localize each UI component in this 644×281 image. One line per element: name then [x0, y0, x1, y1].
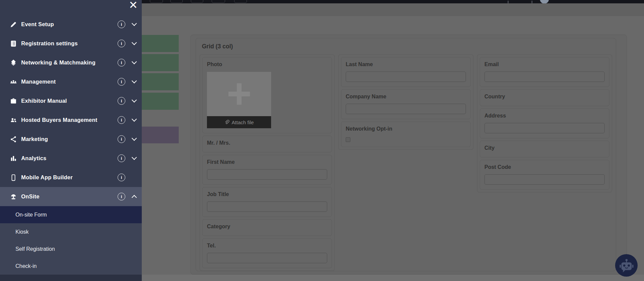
field-job-title: Job Title: [202, 187, 332, 217]
toolbar-button-2[interactable]: [170, 0, 183, 3]
grid-section-title: Grid (3 col): [196, 38, 616, 50]
info-icon[interactable]: i: [118, 40, 125, 47]
field-post-code: Post Code: [480, 160, 609, 190]
onsite-submenu: On-site Form Kiosk Self Registration Che…: [0, 206, 142, 275]
field-last-name: Last Name: [341, 57, 471, 87]
info-icon[interactable]: i: [118, 59, 125, 66]
chevron-down-icon[interactable]: [132, 136, 137, 141]
field-company-name: Company Name: [341, 89, 471, 119]
stacked-tags-icon: [9, 58, 17, 67]
info-icon[interactable]: i: [118, 97, 125, 105]
toolbar-button-1[interactable]: [150, 0, 163, 3]
photo-dropzone[interactable]: [207, 72, 271, 116]
bar-chart-icon: [9, 154, 17, 162]
sidebar-menu: ✕ Event Setup i Registration settings i: [0, 0, 142, 281]
chevron-down-icon[interactable]: [132, 97, 137, 103]
field-city[interactable]: City: [480, 141, 609, 157]
palette-block-purple[interactable]: [142, 127, 179, 143]
sidebar-item-event-setup[interactable]: Event Setup i: [0, 15, 142, 34]
chatbot-button[interactable]: [615, 254, 638, 277]
field-networking-opt-in: Networking Opt-in: [341, 122, 471, 147]
sidebar-subitem-onsite-form[interactable]: On-site Form: [0, 206, 142, 223]
chevron-down-icon[interactable]: [132, 21, 137, 26]
paperclip-icon: [224, 120, 229, 125]
smartphone-icon: [9, 173, 17, 182]
grid-column-3: Email Country Address City: [477, 54, 612, 192]
toolbar-button-3[interactable]: [191, 0, 203, 3]
sidebar-subitem-check-in[interactable]: Check-in: [0, 257, 142, 275]
main-content: Grid (3 col) Photo: [142, 3, 644, 281]
info-icon[interactable]: i: [118, 174, 125, 181]
sidebar-subitem-self-registration[interactable]: Self Registration: [0, 240, 142, 257]
sidebar-bottom-strip: [0, 275, 142, 281]
info-icon[interactable]: i: [118, 135, 125, 143]
info-icon[interactable]: i: [118, 154, 125, 162]
briefcase-icon: [9, 97, 17, 105]
company-name-input[interactable]: [346, 104, 466, 114]
sidebar-item-networking-matchmaking[interactable]: Networking & Matchmaking i: [0, 53, 142, 72]
palette-block-green-3[interactable]: [142, 73, 179, 90]
sidebar-item-registration-settings[interactable]: Registration settings i: [0, 34, 142, 53]
field-address: Address: [480, 108, 609, 138]
grid-section-panel[interactable]: Grid (3 col) Photo: [196, 38, 616, 271]
kiosk-icon: [9, 192, 17, 201]
address-input[interactable]: [484, 123, 605, 133]
palette-block-green-2[interactable]: [142, 54, 179, 71]
sidebar-item-exhibitor-manual[interactable]: Exhibitor Manual i: [0, 91, 142, 110]
content-bottom-strip: [142, 275, 644, 281]
info-icon[interactable]: i: [118, 78, 125, 86]
chevron-down-icon[interactable]: [132, 155, 137, 160]
pencil-icon: [9, 20, 17, 29]
chevron-down-icon[interactable]: [132, 116, 137, 122]
info-icon[interactable]: i: [118, 116, 125, 124]
form-grid-row: Photo Attach file: [200, 54, 612, 271]
sidebar-nav: Event Setup i Registration settings i Ne…: [0, 15, 142, 206]
sidebar-item-hosted-buyers-management[interactable]: Hosted Buyers Management i: [0, 110, 142, 130]
toolbar-icon: [531, 1, 532, 3]
sidebar-item-marketing[interactable]: Marketing i: [0, 130, 142, 149]
job-title-input[interactable]: [207, 201, 327, 212]
toolbar-button-5[interactable]: [234, 0, 247, 3]
form-list-icon: [9, 39, 17, 48]
sidebar-item-mobile-app-builder[interactable]: Mobile App Builder i: [0, 168, 142, 187]
info-icon[interactable]: i: [118, 193, 125, 200]
post-code-input[interactable]: [484, 174, 605, 185]
sidebar-subitem-kiosk[interactable]: Kiosk: [0, 223, 142, 240]
share-icon: [9, 135, 17, 143]
users-group-icon: [9, 78, 17, 86]
field-tel: Tel.: [202, 238, 332, 268]
two-users-icon: [9, 116, 17, 124]
avatar[interactable]: [540, 0, 549, 3]
sidebar-item-management[interactable]: Management i: [0, 72, 142, 91]
field-photo[interactable]: Photo Attach file: [202, 57, 332, 133]
sidebar-item-onsite[interactable]: OnSite i: [0, 187, 142, 206]
sidebar-item-analytics[interactable]: Analytics i: [0, 149, 142, 168]
robot-icon: [619, 258, 634, 273]
chevron-down-icon[interactable]: [132, 59, 137, 64]
plus-icon: [228, 83, 250, 105]
info-icon[interactable]: i: [118, 20, 125, 28]
palette-block-green-4[interactable]: [142, 93, 179, 110]
field-country[interactable]: Country: [480, 89, 609, 106]
palette-block-green-1[interactable]: [142, 35, 179, 52]
chevron-up-icon[interactable]: [132, 195, 137, 200]
attach-file-button[interactable]: Attach file: [207, 116, 271, 128]
networking-opt-in-checkbox[interactable]: [346, 137, 350, 142]
close-icon[interactable]: ✕: [129, 0, 138, 11]
field-category[interactable]: Category: [202, 219, 332, 236]
photo-upload-widget: Attach file: [207, 72, 271, 128]
app-window: Grid (3 col) Photo: [0, 0, 644, 281]
first-name-input[interactable]: [207, 169, 327, 180]
tel-input[interactable]: [207, 253, 327, 263]
chevron-down-icon[interactable]: [132, 78, 137, 84]
field-first-name: First Name: [202, 155, 332, 185]
email-input[interactable]: [484, 72, 605, 82]
toolbar-button-4[interactable]: [212, 0, 225, 3]
last-name-input[interactable]: [346, 72, 466, 82]
field-title-select[interactable]: Mr. / Mrs.: [202, 136, 332, 152]
field-email: Email: [480, 57, 609, 87]
grid-column-1: Photo Attach file: [200, 54, 335, 271]
toolbar-icon: [508, 1, 509, 3]
content-header-strip: [142, 3, 644, 16]
chevron-down-icon[interactable]: [132, 40, 137, 45]
